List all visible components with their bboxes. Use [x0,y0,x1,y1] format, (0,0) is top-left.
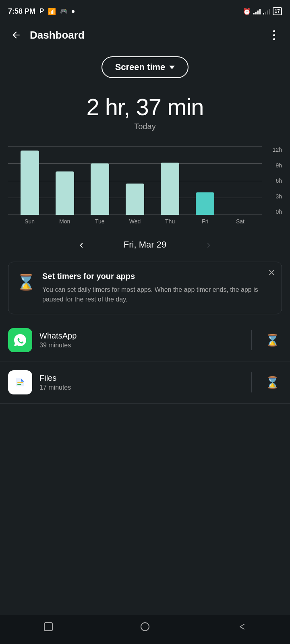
info-card-close-button[interactable]: ✕ [268,268,275,278]
bar-tue [91,163,109,215]
page-title: Dashboard [30,29,266,41]
back-system-button[interactable] [236,621,247,635]
whatsapp-time: 39 minutes [39,342,240,349]
date-navigation: ‹ Fri, Mar 29 › [0,231,290,257]
time-period-label: Today [0,122,290,131]
hourglass-large-icon: ⌛ [17,273,34,291]
more-options-button[interactable] [266,27,282,43]
svg-rect-3 [44,623,52,631]
info-card-title: Set timers for your apps [42,272,273,281]
bar-group-sun [12,147,47,215]
selector-label: Screen time [115,62,166,72]
system-nav-bar [0,615,290,644]
bar-sun [21,151,39,215]
screen-time-selector[interactable]: Screen time [102,56,189,78]
app-list-item[interactable]: Files 17 minutes ⌛ [0,361,290,404]
status-left: 7:58 PM P 📶 🎮 [8,7,75,16]
bar-group-wed [117,147,152,215]
signal-bars-1 [253,8,261,14]
y-label-12h: 12h [273,147,282,153]
files-name: Files [39,374,240,383]
prev-date-button[interactable]: ‹ [71,238,91,251]
time-display: 2 hr, 37 min Today [0,93,290,131]
status-right: ⏰ 17 [243,7,282,15]
app-divider [251,330,252,350]
chart-bars [8,147,262,215]
app-bar: Dashboard [0,21,290,49]
status-time: 7:58 PM [8,7,35,16]
x-label-wed: Wed [117,218,152,225]
status-dot [72,10,75,13]
bar-group-thu [153,147,188,215]
weekly-chart: 12h 9h 6h 3h 0h SunMonTueWedThuFriSat [8,147,282,227]
x-label-fri: Fri [188,218,223,225]
bar-mon [56,171,74,215]
current-date: Fri, Mar 29 [124,239,166,250]
status-game-icon: 🎮 [60,8,68,15]
svg-point-4 [141,623,149,631]
more-dot-3 [273,38,275,40]
files-info: Files 17 minutes [39,374,240,391]
status-sim-icon: 📶 [48,8,56,15]
x-label-thu: Thu [153,218,188,225]
home-button[interactable] [139,621,151,635]
more-dot-2 [273,34,275,36]
bar-group-sat [223,147,258,215]
info-card-text: Set timers for your apps You can set dai… [42,272,273,304]
whatsapp-timer-button[interactable]: ⌛ [263,334,282,347]
x-label-sat: Sat [223,218,258,225]
svg-rect-2 [17,384,21,385]
y-label-6h: 6h [276,178,282,184]
bar-group-fri [188,147,223,215]
files-time: 17 minutes [39,384,240,391]
x-label-mon: Mon [47,218,82,225]
info-card: ⌛ Set timers for your apps You can set d… [8,262,282,314]
x-label-sun: Sun [12,218,47,225]
bar-thu [161,163,179,215]
bar-group-mon [47,147,82,215]
recent-apps-button[interactable] [43,621,54,635]
more-dot-1 [273,30,275,32]
signal-bars-2 [263,8,270,14]
back-button[interactable] [8,27,24,43]
app-list-item[interactable]: WhatsApp 39 minutes ⌛ [0,319,290,361]
total-time-value: 2 hr, 37 min [0,93,290,120]
files-icon [8,370,32,394]
status-p-icon: P [39,7,44,15]
status-bar: 7:58 PM P 📶 🎮 ⏰ 17 [0,0,290,21]
info-card-description: You can set daily timers for most apps. … [42,285,273,304]
y-label-3h: 3h [276,193,282,200]
whatsapp-info: WhatsApp 39 minutes [39,331,240,349]
files-timer-button[interactable]: ⌛ [263,376,282,389]
app-divider-2 [251,372,252,392]
x-label-tue: Tue [82,218,117,225]
battery-level: 17 [275,8,280,14]
app-list: WhatsApp 39 minutes ⌛ Files 17 minutes ⌛ [0,319,290,615]
next-date-button: › [199,238,218,251]
chevron-down-icon [169,66,175,69]
y-label-0h: 0h [276,208,282,215]
svg-rect-1 [17,382,23,383]
bar-fri [196,192,214,215]
y-label-9h: 9h [276,162,282,169]
battery-indicator: 17 [273,7,282,15]
alarm-icon: ⏰ [243,8,251,15]
chart-y-labels: 12h 9h 6h 3h 0h [273,147,282,215]
bar-wed [126,184,144,215]
selector-row: Screen time [0,56,290,78]
bar-group-tue [82,147,117,215]
chart-x-labels: SunMonTueWedThuFriSat [8,216,262,227]
whatsapp-icon [8,328,32,352]
whatsapp-name: WhatsApp [39,331,240,341]
